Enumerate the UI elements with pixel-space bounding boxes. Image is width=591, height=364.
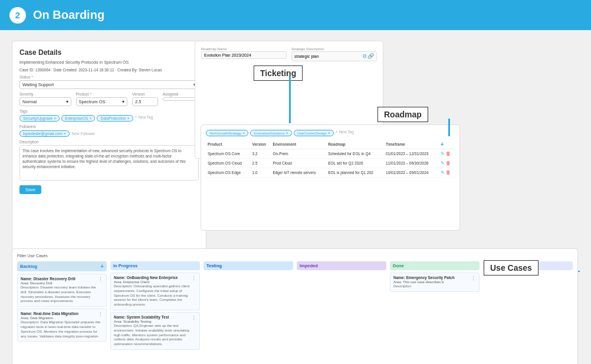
card-menu-icon[interactable]: ⋮ bbox=[191, 315, 196, 321]
tags-container: Security/Upgrade× EnterpriseOS× DataProt… bbox=[19, 115, 199, 122]
edit-icon[interactable]: ✎ bbox=[441, 170, 445, 175]
cell-timeframe: 01/01/2023 – 12/31/2023 bbox=[384, 149, 439, 159]
card-name: Name: Emergency Security Patch bbox=[393, 276, 476, 280]
card-menu-icon[interactable]: ⋮ bbox=[471, 276, 476, 281]
use-cases-label: Use Cases bbox=[484, 260, 539, 276]
version-value[interactable]: 2.5 bbox=[132, 97, 158, 106]
delete-icon[interactable]: 🗑 bbox=[446, 170, 451, 175]
card-area: Area: Enterprise Client bbox=[114, 280, 196, 284]
roadmap-tag-user[interactable]: UserCentricDesign× bbox=[294, 130, 334, 136]
roadmap-name-label: Roadmap Name bbox=[201, 47, 287, 51]
save-button[interactable]: Save bbox=[19, 185, 41, 194]
cell-row-actions: ✎ 🗑 bbox=[439, 168, 455, 178]
kanban-col-inprogress: In Progress ⋮ Name: OnBoarding New Enter… bbox=[110, 261, 200, 352]
severity-dropdown[interactable]: Normal▾ bbox=[19, 97, 71, 106]
assigned-value[interactable] bbox=[163, 97, 199, 101]
cell-roadmap: EOL is planned for Q1 202 bbox=[326, 168, 384, 178]
col-roadmap: Roadmap bbox=[326, 140, 384, 149]
case-id-value: 1390064 bbox=[35, 68, 50, 72]
roadmap-tag-tech[interactable]: TechGrowthStrategy× bbox=[206, 130, 248, 136]
card-area: Area: Data Migration bbox=[21, 316, 103, 320]
delete-icon[interactable]: 🗑 bbox=[446, 151, 451, 156]
card-menu-icon[interactable]: ⋮ bbox=[191, 276, 196, 281]
roadmap-new-tag[interactable]: + New Tag bbox=[336, 130, 354, 136]
case-id-label: Case ID: bbox=[19, 68, 34, 72]
col-title-backlog: Backlog bbox=[20, 264, 37, 269]
col-timeframe: Timeframe bbox=[384, 140, 439, 149]
follower-email-tag[interactable]: lopezleslie@gmail.com× bbox=[19, 130, 70, 137]
cell-environment: On-Prem bbox=[271, 149, 326, 159]
tag-enterprise-os[interactable]: EnterpriseOS× bbox=[61, 115, 95, 122]
link-icon[interactable]: 🔗 bbox=[367, 53, 374, 60]
created-by-value: Steven Lucas bbox=[139, 68, 162, 72]
roadmap-tags: TechGrowthStrategy× InnovativeSolutions×… bbox=[206, 130, 455, 136]
card-desc: Description: Data Migration Specialist p… bbox=[21, 320, 103, 339]
kanban-card[interactable]: ⋮ Name: Disaster Recovery Drill Area: Re… bbox=[17, 274, 107, 307]
card-desc: Description: QA Engineer sets up the tes… bbox=[114, 324, 196, 347]
cell-timeframe: 10/01/2023 – 09/01/2024 bbox=[384, 168, 439, 178]
col-header-inprogress: In Progress bbox=[110, 261, 200, 270]
followers-label: Followers bbox=[19, 124, 199, 129]
card-name: Name: System Scalability Test bbox=[114, 315, 196, 319]
card-name: Name: OnBoarding New Enterprise bbox=[114, 276, 196, 280]
product-dropdown[interactable]: Spectrum OS▾ bbox=[76, 97, 128, 106]
col-header-done: Done bbox=[390, 261, 480, 270]
cell-environment: Prod Cloud bbox=[271, 159, 326, 168]
col-environment: Environment bbox=[271, 140, 326, 149]
kanban-col-done: Done ⋮ Name: Emergency Security Patch Ar… bbox=[390, 261, 480, 352]
col-actions: + bbox=[439, 140, 455, 149]
roadmap-table-row: Spectrum OS Cloud 2.5 Prod Cloud EOL set… bbox=[206, 159, 455, 168]
roadmap-tag-innovative[interactable]: InnovativeSolutions× bbox=[250, 130, 291, 136]
roadmap-table: Product Version Environment Roadmap Time… bbox=[206, 140, 455, 178]
col-header-impeded: Impeded bbox=[297, 261, 386, 270]
kanban-col-impeded: Impeded bbox=[297, 261, 386, 352]
use-cases-header: Filter Use Cases bbox=[17, 254, 573, 258]
card-menu-icon[interactable]: ⋮ bbox=[98, 311, 103, 317]
cell-product: Spectrum OS Cloud bbox=[206, 159, 251, 168]
add-card-btn-backlog[interactable]: + bbox=[100, 263, 104, 270]
copy-icon[interactable]: ⧉ bbox=[363, 53, 366, 60]
card-desc: Description: Disaster recovery team Init… bbox=[21, 286, 103, 304]
header: 2 On Boarding bbox=[0, 0, 591, 30]
description-text: This case involves the implementation of… bbox=[19, 145, 199, 181]
col-version: Version bbox=[251, 140, 271, 149]
roadmap-table-row: Spectrum OS Edge 1.0 Edge/ IoT remote se… bbox=[206, 168, 455, 178]
roadmap-name-input[interactable]: Evolution Plan 2023/2024 bbox=[201, 51, 287, 59]
col-title-impeded: Impeded bbox=[300, 263, 318, 268]
card-area: Area: This use case describes b bbox=[393, 280, 476, 284]
add-row-btn[interactable]: + bbox=[441, 141, 444, 147]
tag-security-upgrade[interactable]: Security/Upgrade× bbox=[19, 115, 60, 122]
card-name: Name: Real-time Data Migration bbox=[21, 311, 103, 316]
strategic-desc-label: Strategic Description bbox=[291, 47, 377, 51]
tags-label: Tags bbox=[19, 109, 199, 113]
roadmap-table-row: Spectrum OS Core 3.2 On-Prem Scheduled f… bbox=[206, 149, 455, 159]
product-label: Product * bbox=[76, 92, 128, 96]
tag-data-protection[interactable]: DataProtection× bbox=[97, 115, 133, 122]
col-title-inprogress: In Progress bbox=[113, 263, 137, 268]
assigned-label: Assigned bbox=[163, 92, 199, 96]
col-title-done: Done bbox=[393, 263, 404, 268]
usecases-connector bbox=[578, 271, 580, 272]
status-label: Status * bbox=[19, 75, 199, 79]
kanban-card[interactable]: ⋮ Name: Emergency Security Patch Area: T… bbox=[390, 273, 480, 292]
case-details-subtitle: Implementing Enhanced Security Protocols… bbox=[19, 60, 199, 64]
edit-icon[interactable]: ✎ bbox=[441, 160, 445, 166]
kanban-card[interactable]: ⋮ Name: System Scalability Test Area: Sc… bbox=[110, 312, 200, 350]
kanban-card[interactable]: ⋮ Name: OnBoarding New Enterprise Area: … bbox=[110, 273, 200, 310]
date-created-value: 2023-11-14 16:30:11 bbox=[78, 68, 114, 72]
delete-icon[interactable]: 🗑 bbox=[446, 160, 451, 166]
new-tag-btn[interactable]: + New Tag bbox=[135, 115, 153, 122]
created-by-label: Created By: bbox=[117, 68, 137, 72]
kanban-card[interactable]: ⋮ Name: Real-time Data Migration Area: D… bbox=[17, 309, 107, 342]
new-follower-btn[interactable]: New Follower bbox=[72, 132, 95, 136]
case-details-title: Case Details bbox=[19, 48, 199, 57]
edit-icon[interactable]: ✎ bbox=[441, 151, 445, 156]
strategic-desc-input[interactable]: strategic plan ⧉ 🔗 bbox=[291, 51, 377, 61]
cell-environment: Edge/ IoT remote servers bbox=[271, 168, 326, 178]
cell-roadmap: EOL set for Q2 2026 bbox=[326, 159, 384, 168]
roadmap-panel: TechGrowthStrategy× InnovativeSolutions×… bbox=[201, 124, 460, 231]
cell-roadmap: Scheduled for EOL in Q4 bbox=[326, 149, 384, 159]
severity-label: Severity bbox=[19, 92, 71, 96]
card-menu-icon[interactable]: ⋮ bbox=[98, 277, 103, 283]
status-dropdown[interactable]: Waiting Support ▾ bbox=[19, 80, 199, 89]
